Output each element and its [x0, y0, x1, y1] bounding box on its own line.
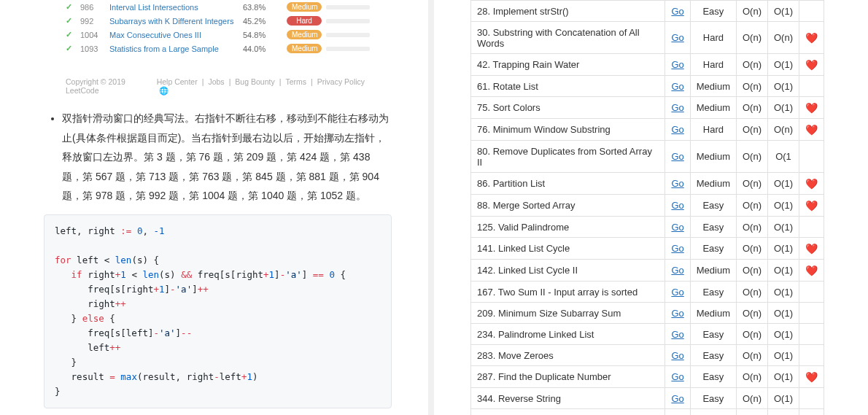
heart-icon[interactable]: ❤️ — [805, 124, 818, 136]
title-cell: 283. Move Zeroes — [471, 345, 665, 366]
difficulty-cell: Easy — [690, 195, 736, 217]
footer-link[interactable]: Bug Bounty — [235, 77, 274, 86]
difficulty-cell: Easy — [690, 217, 736, 238]
solution-cell: Go — [665, 97, 690, 119]
problem-title-link[interactable]: Subarrays with K Different Integers — [109, 17, 243, 26]
table-row: 141. Linked List Cycle Go Easy O(n) O(1)… — [471, 238, 824, 260]
solution-cell: Go — [665, 282, 690, 303]
fav-cell: ❤️ — [799, 173, 824, 195]
title-cell: 125. Valid Palindrome — [471, 217, 665, 238]
table-row: 345. Reverse Vowels of a String Go Easy … — [471, 409, 824, 416]
space-cell: O(1) — [768, 303, 799, 324]
solution-cell: Go — [665, 324, 690, 345]
table-row: 142. Linked List Cycle II Go Medium O(n)… — [471, 260, 824, 282]
space-cell: O(1) — [768, 388, 799, 409]
fav-cell: ❤️ — [799, 54, 824, 76]
problem-row: ✓ 986 Interval List Intersections 63.8% … — [66, 0, 370, 14]
time-cell: O(n) — [737, 324, 768, 345]
space-cell: O(n) — [768, 22, 799, 54]
fav-cell: ❤️ — [799, 195, 824, 217]
fav-cell — [799, 1, 824, 22]
table-row: 61. Rotate List Go Medium O(n) O(1) — [471, 76, 824, 97]
go-link[interactable]: Go — [671, 102, 683, 113]
title-cell: 88. Merge Sorted Array — [471, 195, 665, 217]
footer-link[interactable]: Help Center — [157, 77, 198, 86]
heart-icon[interactable]: ❤️ — [805, 265, 818, 276]
table-row: 167. Two Sum II - Input array is sorted … — [471, 282, 824, 303]
heart-icon[interactable]: ❤️ — [805, 371, 818, 383]
heart-icon[interactable]: ❤️ — [805, 59, 818, 71]
time-cell: O(n) — [737, 22, 768, 54]
go-link[interactable]: Go — [671, 222, 683, 233]
go-link[interactable]: Go — [671, 178, 683, 189]
table-row: 283. Move Zeroes Go Easy O(n) O(1) — [471, 345, 824, 366]
title-cell: 142. Linked List Cycle II — [471, 260, 665, 282]
go-link[interactable]: Go — [671, 59, 683, 70]
accept-rate: 63.8% — [243, 3, 287, 12]
difficulty-cell: Medium — [690, 141, 736, 173]
footer-link[interactable]: Terms — [285, 77, 306, 86]
space-cell: O(1) — [768, 173, 799, 195]
heart-icon[interactable]: ❤️ — [805, 178, 818, 190]
space-cell: O(1) — [768, 97, 799, 119]
go-link[interactable]: Go — [671, 350, 683, 361]
table-row: 28. Implement strStr() Go Easy O(n) O(1) — [471, 1, 824, 22]
space-cell: O(1) — [768, 195, 799, 217]
footer-link[interactable]: Jobs — [208, 77, 224, 86]
footer-link[interactable]: Privacy Policy — [317, 77, 365, 86]
go-link[interactable]: Go — [671, 243, 683, 254]
difficulty-cell: Easy — [690, 388, 736, 409]
go-link[interactable]: Go — [671, 6, 683, 17]
difficulty-cell: Medium — [690, 76, 736, 97]
go-link[interactable]: Go — [671, 151, 683, 162]
go-link[interactable]: Go — [671, 308, 683, 319]
right-pane: 28. Implement strStr() Go Easy O(n) O(1)… — [434, 0, 868, 415]
fav-cell — [799, 324, 824, 345]
go-link[interactable]: Go — [671, 124, 683, 135]
go-link[interactable]: Go — [671, 32, 683, 43]
accept-rate: 45.2% — [243, 17, 287, 26]
go-link[interactable]: Go — [671, 265, 683, 276]
check-icon: ✓ — [66, 2, 80, 12]
solution-cell: Go — [665, 1, 690, 22]
go-link[interactable]: Go — [671, 371, 683, 382]
title-cell: 86. Partition List — [471, 173, 665, 195]
go-link[interactable]: Go — [671, 81, 683, 92]
go-link[interactable]: Go — [671, 287, 683, 298]
difficulty-cell: Easy — [690, 366, 736, 388]
solution-cell: Go — [665, 119, 690, 141]
space-cell: O(1) — [768, 345, 799, 366]
problem-title-link[interactable]: Max Consecutive Ones III — [109, 31, 243, 39]
time-cell: O(n) — [737, 238, 768, 260]
check-icon: ✓ — [66, 16, 80, 26]
heart-icon[interactable]: ❤️ — [805, 102, 818, 114]
go-link[interactable]: Go — [671, 200, 683, 211]
table-row: 88. Merge Sorted Array Go Easy O(n) O(1)… — [471, 195, 824, 217]
title-cell: 209. Minimum Size Subarray Sum — [471, 303, 665, 324]
table-row: 287. Find the Duplicate Number Go Easy O… — [471, 366, 824, 388]
solution-cell: Go — [665, 22, 690, 54]
heart-icon[interactable]: ❤️ — [805, 243, 818, 255]
globe-icon[interactable]: 🌐 — [159, 86, 168, 95]
go-link[interactable]: Go — [671, 393, 683, 404]
problem-title-link[interactable]: Statistics from a Large Sample — [109, 44, 243, 53]
freq-bar — [326, 33, 370, 37]
difficulty-badge: Medium — [287, 30, 322, 39]
title-cell: 344. Reverse String — [471, 388, 665, 409]
difficulty-badge: Hard — [287, 16, 322, 26]
solution-cell: Go — [665, 303, 690, 324]
solution-cell: Go — [665, 195, 690, 217]
problem-title-link[interactable]: Interval List Intersections — [109, 3, 243, 12]
fav-cell — [799, 345, 824, 366]
table-row: 125. Valid Palindrome Go Easy O(n) O(1) — [471, 217, 824, 238]
heart-icon[interactable]: ❤️ — [805, 200, 818, 212]
fav-cell — [799, 76, 824, 97]
problem-id: 992 — [80, 17, 109, 26]
difficulty-cell: Easy — [690, 324, 736, 345]
fav-cell — [799, 282, 824, 303]
go-link[interactable]: Go — [671, 329, 683, 340]
heart-icon[interactable]: ❤️ — [805, 32, 818, 44]
freq-bar — [326, 19, 370, 23]
title-cell: 167. Two Sum II - Input array is sorted — [471, 282, 665, 303]
problem-table-right: 28. Implement strStr() Go Easy O(n) O(1)… — [470, 0, 824, 415]
